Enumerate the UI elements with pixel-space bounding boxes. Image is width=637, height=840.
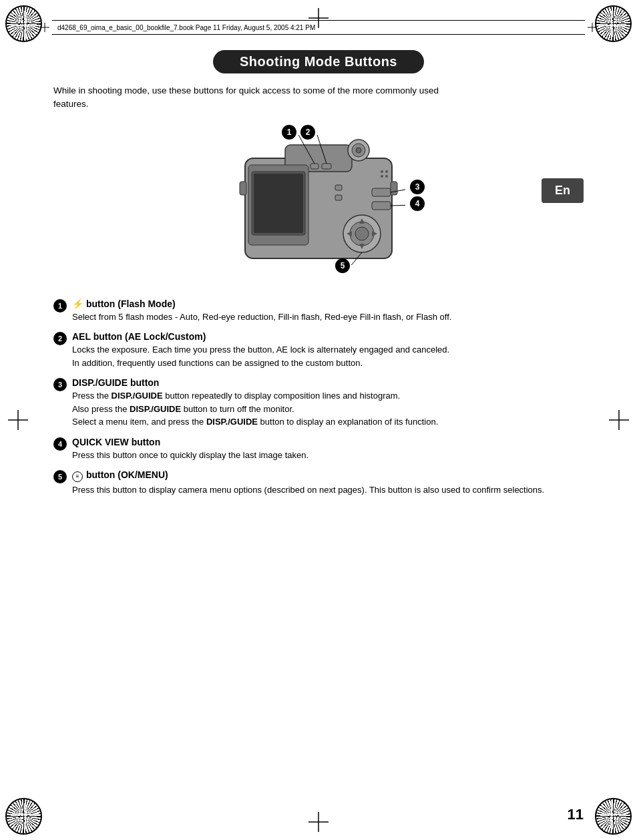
- feature-content-1: ⚡ button (Flash Mode) Select from 5 flas…: [72, 298, 584, 324]
- feature-title-3: DISP./GUIDE button: [72, 377, 584, 388]
- corner-decoration-tl: [5, 5, 42, 42]
- svg-rect-39: [335, 185, 342, 190]
- title-container: Shooting Mode Buttons: [53, 50, 584, 73]
- bottom-center-mark: [308, 812, 329, 832]
- svg-point-46: [385, 175, 388, 178]
- svg-rect-42: [391, 182, 397, 195]
- svg-rect-30: [372, 188, 391, 196]
- callout-5: 5: [335, 258, 350, 273]
- feature-num-2: 2: [53, 332, 67, 345]
- feature-item-2: 2 AEL button (AE Lock/Custom) Locks the …: [53, 331, 584, 369]
- header-text: d4268_69_oima_e_basic_00_bookfile_7.book…: [57, 24, 315, 31]
- svg-line-50: [391, 205, 405, 206]
- feature-list: 1 ⚡ button (Flash Mode) Select from 5 fl…: [53, 298, 584, 497]
- en-badge: En: [542, 178, 584, 203]
- feature-content-4: QUICK VIEW button Press this button once…: [72, 437, 584, 462]
- diagram-area: 1 2 3 4 5 En: [53, 125, 584, 285]
- callout-2: 2: [300, 125, 315, 140]
- feature-desc-4: Press this button once to quickly displa…: [72, 449, 584, 462]
- svg-point-27: [356, 148, 361, 153]
- feature-desc-2: Locks the exposure. Each time you press …: [72, 343, 584, 369]
- feature-num-5: 5: [53, 470, 67, 483]
- corner-decoration-br: [595, 798, 632, 835]
- svg-point-34: [355, 227, 369, 240]
- svg-rect-40: [335, 195, 342, 200]
- feature-title-2: AEL button (AE Lock/Custom): [72, 331, 584, 342]
- feature-item-3: 3 DISP./GUIDE button Press the DISP./GUI…: [53, 377, 584, 429]
- feature-title-5: ≡ button (OK/MENU): [72, 469, 584, 482]
- corner-decoration-tr: [595, 5, 632, 42]
- svg-point-45: [381, 175, 383, 178]
- feature-num-1: 1: [53, 299, 67, 312]
- svg-rect-31: [372, 202, 391, 210]
- svg-rect-29: [322, 164, 331, 169]
- main-content: Shooting Mode Buttons While in shooting …: [53, 43, 584, 800]
- svg-rect-41: [240, 182, 246, 195]
- disp-bold-1: DISP./GUIDE: [112, 391, 163, 401]
- svg-rect-28: [310, 164, 318, 169]
- right-center-mark: [609, 410, 629, 430]
- svg-rect-24: [254, 174, 303, 233]
- flash-icon: ⚡: [72, 298, 83, 309]
- feature-item-5: 5 ≡ button (OK/MENU) Press this button t…: [53, 469, 584, 496]
- feature-content-3: DISP./GUIDE button Press the DISP./GUIDE…: [72, 377, 584, 429]
- header-cross-right: [588, 23, 597, 32]
- menu-circle-icon: ≡: [72, 471, 83, 482]
- callout-4: 4: [410, 196, 425, 211]
- header-cross-left: [40, 23, 49, 32]
- feature-content-2: AEL button (AE Lock/Custom) Locks the ex…: [72, 331, 584, 369]
- callout-3: 3: [410, 180, 425, 194]
- camera-svg: [232, 125, 405, 265]
- disp-bold-3: DISP./GUIDE: [206, 417, 258, 427]
- svg-point-44: [385, 170, 388, 173]
- feature-content-5: ≡ button (OK/MENU) Press this button to …: [72, 469, 584, 496]
- svg-point-43: [381, 170, 383, 173]
- intro-text: While in shooting mode, use these button…: [53, 84, 441, 112]
- camera-diagram: 1 2 3 4 5: [232, 125, 405, 285]
- feature-item-4: 4 QUICK VIEW button Press this button on…: [53, 437, 584, 462]
- corner-decoration-bl: [5, 798, 42, 835]
- header-bar: d4268_69_oima_e_basic_00_bookfile_7.book…: [52, 20, 585, 35]
- feature-desc-1: Select from 5 flash modes - Auto, Red-ey…: [72, 310, 584, 324]
- feature-item-1: 1 ⚡ button (Flash Mode) Select from 5 fl…: [53, 298, 584, 324]
- feature-desc-5: Press this button to display camera menu…: [72, 483, 584, 497]
- feature-title-1: ⚡ button (Flash Mode): [72, 298, 584, 309]
- callout-1: 1: [282, 125, 296, 140]
- left-center-mark: [8, 410, 28, 430]
- feature-desc-3: Press the DISP./GUIDE button repeatedly …: [72, 389, 584, 429]
- page-number: 11: [568, 806, 584, 823]
- en-badge-container: En: [542, 178, 584, 203]
- feature-num-3: 3: [53, 378, 67, 391]
- feature-title-4: QUICK VIEW button: [72, 437, 584, 447]
- feature-num-4: 4: [53, 437, 67, 451]
- disp-bold-2: DISP./GUIDE: [130, 404, 181, 414]
- page-title: Shooting Mode Buttons: [213, 50, 424, 73]
